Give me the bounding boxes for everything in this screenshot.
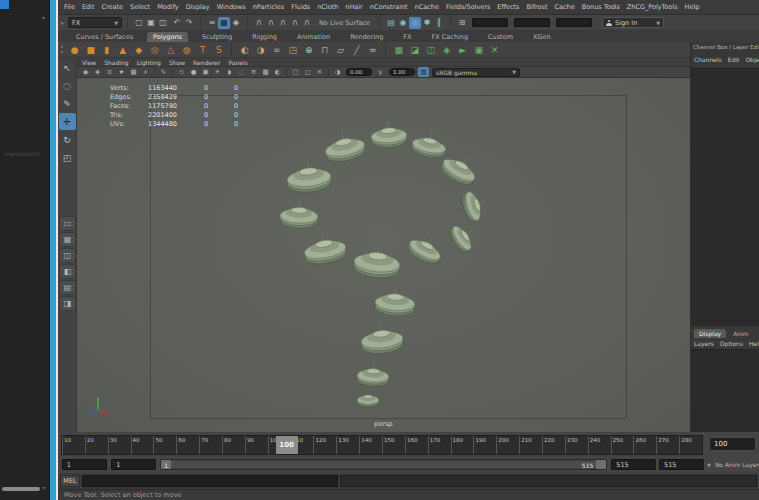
layer-editor-menu-item[interactable]: Options xyxy=(720,340,743,347)
menu-item[interactable]: Effects xyxy=(497,3,519,11)
persp-graph-layout[interactable]: ◧ xyxy=(59,264,76,279)
menu-item[interactable]: Bonus Tools xyxy=(582,3,620,11)
shelf-tab[interactable]: Custom xyxy=(482,32,519,42)
menu-item[interactable]: nParticles xyxy=(253,3,285,11)
menu-item[interactable]: nCache xyxy=(415,3,439,11)
panel-menu-item[interactable]: Lighting xyxy=(137,59,161,66)
menu-item[interactable]: Help xyxy=(685,3,700,11)
pause-viewport-icon[interactable]: ‖ xyxy=(433,17,445,29)
coord-y-field[interactable] xyxy=(514,18,550,27)
gamma-icon[interactable]: γ xyxy=(375,67,386,77)
exposure-icon[interactable]: ◑ xyxy=(332,67,343,77)
animation-end-field[interactable]: 515 xyxy=(659,459,704,470)
menu-item[interactable]: Bifrost xyxy=(526,3,547,11)
channel-list[interactable] xyxy=(691,68,759,326)
snap-view-plane-icon[interactable]: ∩ xyxy=(301,17,313,29)
playback-start-field[interactable]: 1 xyxy=(111,459,156,470)
move-tool[interactable]: ✛ xyxy=(59,113,76,130)
command-line-input[interactable] xyxy=(82,475,338,487)
shelf-tab[interactable]: Rendering xyxy=(344,32,389,42)
panel-menu-item[interactable]: Shading xyxy=(104,59,128,66)
menu-item[interactable]: nHair xyxy=(345,3,362,11)
symmetry-icon[interactable]: ✕ xyxy=(488,43,501,56)
shelf-tab[interactable]: Animation xyxy=(291,32,336,42)
smooth-icon[interactable]: ▦ xyxy=(392,43,405,56)
paint-select-tool[interactable]: ✎ xyxy=(59,95,76,112)
channel-box-menu-item[interactable]: Object xyxy=(745,56,759,63)
ipr-render-icon[interactable]: ◎ xyxy=(409,17,421,29)
shelf-tab[interactable]: FX xyxy=(397,32,417,42)
open-scene-icon[interactable]: ▣ xyxy=(145,17,157,29)
save-scene-icon[interactable]: ◫ xyxy=(157,17,169,29)
bookmark-icon[interactable]: ★ xyxy=(116,67,127,77)
lock-camera-icon[interactable]: ◈ xyxy=(92,67,103,77)
four-pane-layout[interactable]: ▦ xyxy=(59,232,76,247)
textured-icon[interactable]: ▣ xyxy=(200,67,211,77)
render-settings-icon[interactable]: ✱ xyxy=(421,17,433,29)
playback-end-field[interactable]: 515 xyxy=(611,459,656,470)
shelf-collapse-icon[interactable]: ▸▸ xyxy=(61,45,63,54)
poly-text-icon[interactable]: T xyxy=(196,43,209,56)
poly-plane-icon[interactable]: ◆ xyxy=(132,43,145,56)
view-transform-select[interactable]: sRGB gamma ▼ xyxy=(432,68,520,77)
xray-icon[interactable]: ◻ xyxy=(302,67,313,77)
shelf-tab[interactable]: Rigging xyxy=(246,32,283,42)
channel-box-menu-item[interactable]: Edit xyxy=(728,56,740,63)
single-pane-layout[interactable]: ▭ xyxy=(59,216,76,231)
bridge-icon[interactable]: ⊓ xyxy=(318,43,331,56)
snap-grid-icon[interactable]: ∩ xyxy=(253,17,265,29)
menu-item[interactable]: nCloth xyxy=(317,3,338,11)
layer-list[interactable] xyxy=(691,349,759,432)
shelf-tab[interactable]: Curves / Surfaces xyxy=(70,32,139,42)
anim-layer-menu-icon[interactable]: ▼ xyxy=(707,462,711,468)
menu-item[interactable]: ZhCG_PolyTools xyxy=(627,3,678,11)
extract-face-icon[interactable]: ◳ xyxy=(286,43,299,56)
sculpt-brush-icon[interactable]: ≈ xyxy=(366,43,379,56)
range-handle-right[interactable] xyxy=(596,460,606,469)
layer-editor-tab[interactable]: Display xyxy=(694,329,726,338)
hypershade-persp-layout[interactable]: ▤ xyxy=(59,280,76,295)
camera-attributes-icon[interactable]: ≡ xyxy=(104,67,115,77)
render-current-frame-icon[interactable]: ◉ xyxy=(397,17,409,29)
menu-item[interactable]: Select xyxy=(130,3,150,11)
poly-torus-icon[interactable]: ◎ xyxy=(148,43,161,56)
shelf-tab[interactable]: FX Caching xyxy=(426,32,475,42)
multi-cut-icon[interactable]: ╱ xyxy=(350,43,363,56)
select-component-icon[interactable]: ◈ xyxy=(230,17,242,29)
shadows-icon[interactable]: ◗ xyxy=(224,67,235,77)
mirror-icon[interactable]: ◫ xyxy=(424,43,437,56)
redo-icon[interactable]: ↷ xyxy=(183,17,195,29)
layer-editor-tab[interactable]: Anim xyxy=(728,329,753,338)
background-scrollbar[interactable] xyxy=(2,487,40,491)
grid-icon[interactable]: ⊞ xyxy=(456,17,468,29)
channel-box-menu-item[interactable]: Channels xyxy=(694,56,722,63)
boolean-icon[interactable]: ⊕ xyxy=(302,43,315,56)
shelf-tab[interactable]: Sculpting xyxy=(196,32,238,42)
new-scene-icon[interactable]: ▢ xyxy=(133,17,145,29)
sign-in-button[interactable]: Sign In ▼ xyxy=(602,17,664,28)
animation-start-field[interactable]: 1 xyxy=(62,459,107,470)
ssao-icon[interactable]: ◌ xyxy=(236,67,247,77)
merge-vertices-icon[interactable]: ∞ xyxy=(270,43,283,56)
remesh-icon[interactable]: ◈ xyxy=(440,43,453,56)
isolate-select-icon[interactable]: ▢ xyxy=(290,67,301,77)
panel-menu-item[interactable]: View xyxy=(82,59,96,66)
exposure-field[interactable]: 0.00 xyxy=(346,68,372,76)
viewport[interactable]: Verts: 1163440 0 0 Edges: 2358429 0 0 Fa… xyxy=(77,78,690,432)
poly-cube-icon[interactable]: ■ xyxy=(84,43,97,56)
snap-point-icon[interactable]: ∩ xyxy=(277,17,289,29)
shelf-tab[interactable]: Polygons xyxy=(147,32,188,42)
panel-menu-item[interactable]: Renderer xyxy=(193,59,220,66)
menu-item[interactable]: Fields/Solvers xyxy=(446,3,490,11)
lasso-tool[interactable]: ◌ xyxy=(59,77,76,94)
persp-uv-layout[interactable]: ◨ xyxy=(59,296,76,311)
select-camera-icon[interactable]: ◉ xyxy=(80,67,91,77)
statusline-collapser-icon[interactable]: ▸ xyxy=(61,19,66,26)
current-frame-marker[interactable]: 100 xyxy=(276,436,298,454)
two-d-pan-zoom-icon[interactable]: + xyxy=(140,67,151,77)
transfer-attributes-icon[interactable]: ▣ xyxy=(472,43,485,56)
reduce-icon[interactable]: ◪ xyxy=(408,43,421,56)
menu-item[interactable]: Display xyxy=(186,3,210,11)
wireframe-icon[interactable]: ◇ xyxy=(176,67,187,77)
gamma-field[interactable]: 1.00 xyxy=(389,68,415,76)
